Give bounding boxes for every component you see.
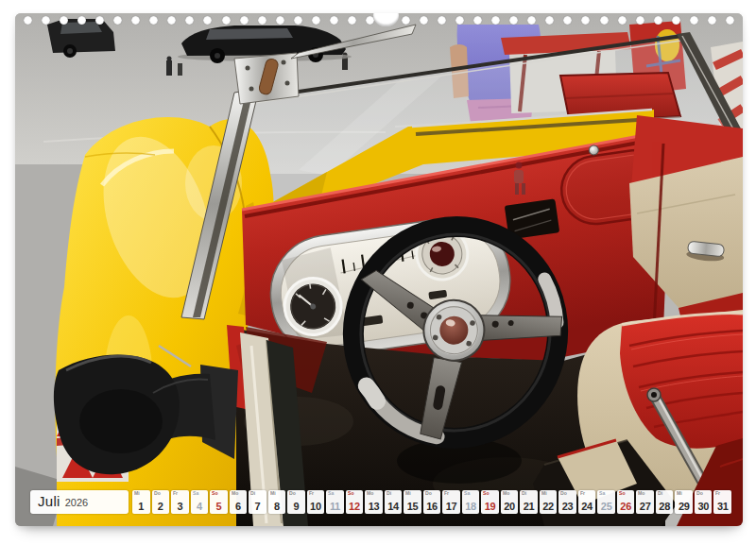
day-cells: Mi1Do2Fr3Sa4So5Mo6Di7Mi8Do9Fr10Sa11So12M… <box>132 490 731 514</box>
day-cell-27: Mo27 <box>636 490 654 514</box>
day-cell-17: Fr17 <box>442 490 460 514</box>
binding-hole <box>563 16 572 25</box>
binding-hole <box>294 16 302 25</box>
calendar-strip: Juli 2026 Mi1Do2Fr3Sa4So5Mo6Di7Mi8Do9Fr1… <box>30 490 731 514</box>
day-cell-31: Fr31 <box>713 490 731 514</box>
day-cell-21: Di21 <box>520 490 538 514</box>
day-cell-1: Mi1 <box>132 490 150 514</box>
binding-hole <box>690 16 698 25</box>
day-cell-6: Mo6 <box>230 490 248 514</box>
binding-hole <box>600 16 609 25</box>
binding-hole <box>77 16 86 25</box>
day-cell-19: So19 <box>481 490 499 514</box>
day-cell-29: Mi29 <box>675 490 693 514</box>
day-cell-8: Mi8 <box>268 490 286 514</box>
binding-hole <box>581 16 590 25</box>
day-cell-3: Fr3 <box>171 490 189 514</box>
binding-hole <box>509 16 518 25</box>
day-cell-28: Di28 <box>656 490 674 514</box>
binding-hole <box>438 16 446 25</box>
binding-hole <box>527 16 536 25</box>
day-cell-30: Do30 <box>695 490 713 514</box>
calendar-product-shot: Juli 2026 Mi1Do2Fr3Sa4So5Mo6Di7Mi8Do9Fr1… <box>0 0 756 545</box>
day-cell-5: So5 <box>210 490 228 514</box>
binding-hole <box>402 16 410 25</box>
binding-hole <box>455 16 464 25</box>
binding-hole <box>185 16 194 25</box>
binding-hole <box>348 16 356 25</box>
calendar-sheet: Juli 2026 Mi1Do2Fr3Sa4So5Mo6Di7Mi8Do9Fr1… <box>15 13 743 526</box>
day-cell-2: Do2 <box>152 490 170 514</box>
day-cell-20: Mo20 <box>501 490 519 514</box>
binding-hole <box>42 16 50 25</box>
binding-hole <box>473 16 482 25</box>
day-cell-4: Sa4 <box>191 490 209 514</box>
binding-hole <box>420 16 428 25</box>
day-cell-14: Di14 <box>385 490 403 514</box>
day-cell-11: Sa11 <box>326 490 344 514</box>
binding-hole <box>312 16 320 25</box>
binding-hole <box>636 16 644 25</box>
binding-hole <box>222 16 231 25</box>
binding-hole <box>654 16 662 25</box>
binding-hole <box>149 16 158 25</box>
binding-hole <box>24 16 32 25</box>
day-cell-23: Do23 <box>558 490 576 514</box>
month-label: Juli 2026 <box>30 490 129 514</box>
day-cell-10: Fr10 <box>307 490 325 514</box>
binding-hole <box>618 16 627 25</box>
binding-hole <box>60 16 68 25</box>
day-cell-13: Mo13 <box>365 490 383 514</box>
day-cell-16: Do16 <box>423 490 441 514</box>
binding-hole <box>491 16 500 25</box>
month-name: Juli <box>38 493 60 509</box>
binding-hole <box>726 16 734 25</box>
day-cell-26: So26 <box>617 490 635 514</box>
year-label: 2026 <box>65 497 88 508</box>
binding-hole <box>708 16 716 25</box>
binding-hole <box>258 16 266 25</box>
day-cell-25: Sa25 <box>597 490 615 514</box>
day-cell-7: Di7 <box>249 490 266 514</box>
binding-hole <box>167 16 176 25</box>
day-cell-24: Fr24 <box>578 490 596 514</box>
binding-hole <box>203 16 212 25</box>
day-cell-22: Mi22 <box>540 490 558 514</box>
day-cell-15: Mi15 <box>404 490 421 514</box>
binding-hole <box>240 16 249 25</box>
binding-hole <box>113 16 122 25</box>
binding-hole <box>672 16 680 25</box>
binding-hole <box>131 16 140 25</box>
day-cell-12: So12 <box>346 490 364 514</box>
day-cell-9: Do9 <box>287 490 305 514</box>
binding-hole <box>95 16 104 25</box>
car-interior-photo <box>15 13 743 526</box>
binding-hole <box>276 16 284 25</box>
binding-hole <box>545 16 554 25</box>
binding-hole <box>330 16 338 25</box>
day-cell-18: Sa18 <box>462 490 480 514</box>
